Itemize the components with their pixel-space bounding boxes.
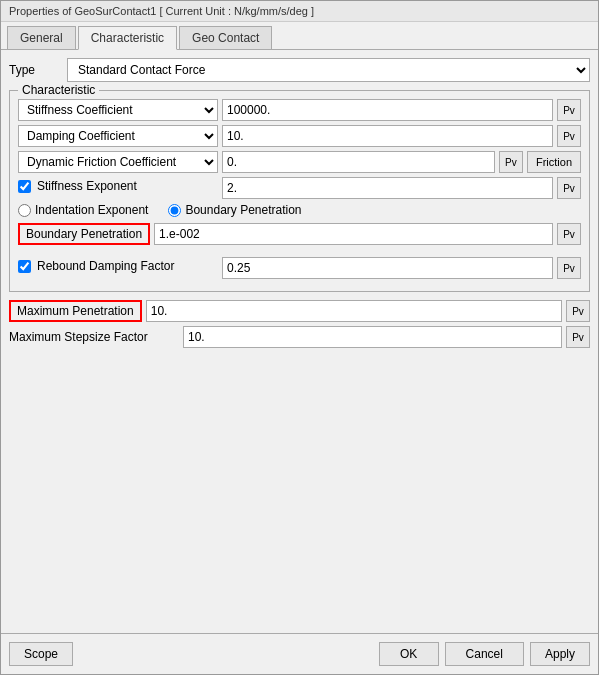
indentation-radio-item: Indentation Exponent: [18, 203, 148, 217]
max-penetration-row: Maximum Penetration Pv: [9, 300, 590, 322]
max-penetration-input[interactable]: [146, 300, 562, 322]
characteristic-group: Characteristic Stiffness Coefficient Pv …: [9, 90, 590, 292]
rebound-damping-input[interactable]: [222, 257, 553, 279]
boundary-penetration-radio-label: Boundary Penetration: [185, 203, 301, 217]
stiffness-exponent-input[interactable]: [222, 177, 553, 199]
damping-value-input[interactable]: [222, 125, 553, 147]
rebound-damping-checkbox[interactable]: [18, 260, 31, 273]
stiffness-row: Stiffness Coefficient Pv: [18, 99, 581, 121]
window-title: Properties of GeoSurContact1 [ Current U…: [9, 5, 314, 17]
ok-button[interactable]: OK: [379, 642, 439, 666]
scope-button[interactable]: Scope: [9, 642, 73, 666]
boundary-penetration-radio[interactable]: [168, 204, 181, 217]
damping-row: Damping Coefficient Pv: [18, 125, 581, 147]
content-area: Type Standard Contact Force Characterist…: [1, 50, 598, 633]
indentation-exponent-radio[interactable]: [18, 204, 31, 217]
characteristic-group-title: Characteristic: [18, 83, 99, 97]
max-stepsize-label: Maximum Stepsize Factor: [9, 328, 179, 346]
damping-pv-button[interactable]: Pv: [557, 125, 581, 147]
boundary-penetration-pv-button[interactable]: Pv: [557, 223, 581, 245]
rebound-damping-pv-button[interactable]: Pv: [557, 257, 581, 279]
stiffness-exponent-checkbox[interactable]: [18, 180, 31, 193]
rebound-damping-row: Rebound Damping Factor Pv: [18, 257, 581, 279]
stiffness-exponent-row: Stiffness Exponent Pv: [18, 177, 581, 199]
dynamic-friction-select[interactable]: Dynamic Friction Coefficient: [18, 151, 218, 173]
stiffness-exponent-pv-button[interactable]: Pv: [557, 177, 581, 199]
stiffness-exponent-label: Stiffness Exponent: [37, 179, 137, 193]
friction-button[interactable]: Friction: [527, 151, 581, 173]
boundary-penetration-input[interactable]: [154, 223, 553, 245]
tab-geo-contact[interactable]: Geo Contact: [179, 26, 272, 49]
type-select[interactable]: Standard Contact Force: [67, 58, 590, 82]
main-window: Properties of GeoSurContact1 [ Current U…: [0, 0, 599, 675]
boundary-penetration-row: Boundary Penetration Pv: [18, 223, 581, 245]
max-penetration-label: Maximum Penetration: [9, 300, 142, 322]
stiffness-exponent-checkbox-group: Stiffness Exponent: [18, 179, 218, 193]
damping-coefficient-select[interactable]: Damping Coefficient: [18, 125, 218, 147]
stiffness-coefficient-select[interactable]: Stiffness Coefficient: [18, 99, 218, 121]
boundary-radio-item: Boundary Penetration: [168, 203, 301, 217]
footer-right-buttons: OK Cancel Apply: [379, 642, 590, 666]
tab-general[interactable]: General: [7, 26, 76, 49]
cancel-button[interactable]: Cancel: [445, 642, 524, 666]
apply-button[interactable]: Apply: [530, 642, 590, 666]
outside-params-group: Maximum Penetration Pv Maximum Stepsize …: [9, 300, 590, 348]
max-stepsize-input[interactable]: [183, 326, 562, 348]
max-penetration-pv-button[interactable]: Pv: [566, 300, 590, 322]
footer: Scope OK Cancel Apply: [1, 633, 598, 674]
boundary-penetration-label: Boundary Penetration: [18, 223, 150, 245]
max-stepsize-row: Maximum Stepsize Factor Pv: [9, 326, 590, 348]
indentation-exponent-label: Indentation Exponent: [35, 203, 148, 217]
stiffness-value-input[interactable]: [222, 99, 553, 121]
type-row: Type Standard Contact Force: [9, 58, 590, 82]
radio-row: Indentation Exponent Boundary Penetratio…: [18, 203, 581, 217]
max-stepsize-pv-button[interactable]: Pv: [566, 326, 590, 348]
stiffness-pv-button[interactable]: Pv: [557, 99, 581, 121]
title-bar: Properties of GeoSurContact1 [ Current U…: [1, 1, 598, 22]
friction-value-input[interactable]: [222, 151, 495, 173]
rebound-damping-label: Rebound Damping Factor: [37, 259, 174, 273]
friction-row: Dynamic Friction Coefficient Pv Friction: [18, 151, 581, 173]
tab-characteristic[interactable]: Characteristic: [78, 26, 177, 50]
type-label: Type: [9, 63, 59, 77]
tab-bar: General Characteristic Geo Contact: [1, 22, 598, 50]
friction-pv-button[interactable]: Pv: [499, 151, 523, 173]
rebound-damping-checkbox-group: Rebound Damping Factor: [18, 259, 218, 273]
